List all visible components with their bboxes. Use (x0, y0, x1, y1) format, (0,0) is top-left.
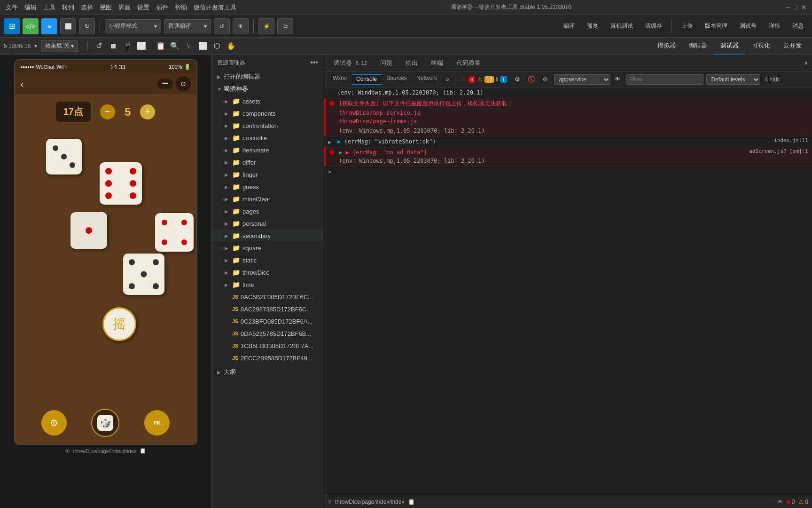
console-clear-btn[interactable]: 🚫 (526, 74, 537, 85)
search-icon[interactable]: 🔍 (168, 40, 181, 53)
sources-tab[interactable]: Sources (382, 74, 412, 85)
tree-folder-throwdice[interactable]: ▶ 📁 throwDice (211, 266, 324, 278)
tab-editor[interactable]: 编辑器 (682, 38, 714, 55)
tree-item-open-editors[interactable]: ▶ 打开的编辑器 (211, 71, 324, 83)
console-output[interactable]: (env: Windows,mp,1.05.2203070; lib: 2.20… (324, 87, 812, 495)
tree-folder-finger[interactable]: ▶ 📁 finger (211, 168, 324, 181)
tree-folder-time[interactable]: ▶ 📁 time (211, 278, 324, 291)
device-debug-action[interactable]: 真机调试 (606, 19, 638, 33)
menu-select[interactable]: 选择 (81, 3, 93, 12)
compile-action[interactable]: 编译 (559, 19, 579, 33)
tree-folder-square[interactable]: ▶ 📁 square (211, 242, 324, 254)
shake-button[interactable]: 🎲 (91, 409, 119, 437)
nav-camera-btn[interactable]: ⊙ (176, 76, 191, 91)
console-filter-icon[interactable]: ⊘ (540, 74, 551, 85)
message-action[interactable]: 消息 (788, 19, 808, 33)
refresh-button[interactable]: ↻ (79, 18, 95, 34)
tree-item-outline[interactable]: ▶ 大纲 (211, 366, 324, 378)
tree-js-0c23[interactable]: JS 0C23BFD085D172BF6A... (211, 315, 324, 327)
tree-folder-static[interactable]: ▶ 📁 static (211, 254, 324, 266)
preview-btn[interactable]: 👁 (233, 18, 249, 34)
appservice-select[interactable]: appservice (554, 74, 610, 85)
tree-js-0da5[interactable]: JS 0DA5235785D172BF6B... (211, 327, 324, 340)
tree-folder-secondary[interactable]: ▶ 📁 secondary (211, 230, 324, 242)
tree-folder-deskmate[interactable]: ▶ 📁 deskmate (211, 144, 324, 156)
plus-button[interactable]: + (140, 104, 155, 119)
code-button[interactable]: </> (23, 18, 39, 34)
maximize-btn[interactable]: □ (794, 4, 797, 11)
problems-tab[interactable]: 问题 (375, 57, 398, 69)
debug-collapse-btn[interactable]: ∧ (804, 60, 808, 66)
details-action[interactable]: 详情 (764, 19, 785, 33)
tree-folder-components[interactable]: ▶ 📁 components (211, 107, 324, 119)
tree-js-1cb5[interactable]: JS 1CB5EBD385D172BF7A... (211, 340, 324, 352)
tree-folder-differ[interactable]: ▶ 📁 differ (211, 156, 324, 168)
tab-simulator[interactable]: 模拟器 (651, 38, 682, 55)
console-tab[interactable]: Console (351, 74, 382, 85)
home-button[interactable]: ⊞ (4, 18, 20, 34)
phone-icon[interactable]: 📱 (121, 40, 134, 53)
version-mgr-action[interactable]: 版本管理 (700, 19, 732, 33)
minus-button[interactable]: − (100, 104, 115, 119)
menu-tools[interactable]: 工具 (43, 3, 55, 12)
tree-folder-mineclear[interactable]: ▶ 📁 mineClear (211, 193, 324, 205)
upload-action[interactable]: 上传 (677, 19, 697, 33)
compile-icon-btn[interactable]: ⚡ (258, 18, 274, 34)
close-btn[interactable]: ✕ (801, 4, 806, 11)
menu-edit[interactable]: 编辑 (24, 3, 37, 12)
menu-button[interactable]: ≡ (41, 18, 57, 34)
layout-button[interactable]: ⬜ (60, 18, 76, 34)
tree-js-2ecc[interactable]: JS 2ECC2B9585D172BF49... (211, 352, 324, 364)
menu-goto[interactable]: 转到 (62, 3, 74, 12)
terminal-tab[interactable]: 终端 (425, 57, 449, 69)
layers-btn[interactable]: 🗂 (277, 18, 293, 34)
more-tabs-btn[interactable]: » (442, 74, 453, 85)
tab-debugger[interactable]: 调试器 (714, 38, 745, 55)
nav-more-btn[interactable]: ••• (157, 79, 173, 89)
tree-folder-guess[interactable]: ▶ 📁 guess (211, 181, 324, 193)
explorer-more-btn[interactable]: ••• (310, 58, 318, 67)
tree-item-project-root[interactable]: ▼ 喝酒神器 (211, 83, 324, 95)
stop-icon[interactable]: ⏹ (107, 40, 120, 53)
menu-settings[interactable]: 设置 (137, 3, 149, 12)
menu-view[interactable]: 视图 (100, 3, 112, 12)
menu-plugins[interactable]: 插件 (156, 3, 168, 12)
network-tab[interactable]: Network (412, 74, 442, 85)
tree-js-0ac2[interactable]: JS 0AC2987385D172BF6C... (211, 303, 324, 315)
debugger-tab[interactable]: 调试器 8, 12 (328, 57, 373, 69)
branch-icon[interactable]: ⑂ (182, 40, 195, 53)
settings-button[interactable]: ⚙ (41, 410, 67, 436)
tablet-icon[interactable]: ⬜ (135, 40, 148, 53)
tab-cloud[interactable]: 云开发 (777, 38, 808, 55)
clear-cache-action[interactable]: 清缓存 (640, 19, 667, 33)
appservice-eye-btn[interactable]: 👁 (612, 74, 624, 85)
preview-action[interactable]: 预览 (582, 19, 603, 33)
tree-folder-confrontation[interactable]: ▶ 📁 confrontation (211, 119, 324, 132)
minimize-btn[interactable]: ─ (786, 4, 790, 11)
menu-help[interactable]: 帮助 (175, 3, 187, 12)
copy-icon[interactable]: 📋 (154, 40, 167, 53)
mode-select[interactable]: 小程序模式 ▾ (105, 19, 161, 33)
grid-icon[interactable]: ⬜ (196, 40, 210, 53)
console-input[interactable] (334, 168, 808, 175)
output-tab[interactable]: 输出 (400, 57, 423, 69)
wxml-tab[interactable]: Wxml (328, 74, 351, 85)
menu-interface[interactable]: 界面 (118, 3, 131, 12)
back-arrow[interactable]: ‹ (21, 79, 24, 89)
menu-file[interactable]: 文件 (6, 3, 18, 12)
test-id-action[interactable]: 测试号 (735, 19, 761, 33)
code-quality-tab[interactable]: 代码质量 (451, 57, 486, 69)
tree-folder-personal[interactable]: ▶ 📁 personal (211, 217, 324, 230)
hand-icon[interactable]: ✋ (225, 40, 238, 53)
hot-reload-btn[interactable]: 热重载 关 ▾ (41, 40, 78, 52)
tree-folder-pages[interactable]: ▶ 📁 pages (211, 205, 324, 217)
console-filter-input[interactable] (626, 74, 703, 85)
tab-visual[interactable]: 可视化 (745, 38, 777, 55)
tree-js-0ac5[interactable]: JS 0AC5B2E085D172BF6C... (211, 291, 324, 303)
settings-gear-icon[interactable]: ⚙ (512, 74, 523, 85)
pk-button[interactable]: PK (144, 410, 170, 436)
menu-devtools[interactable]: 微信开发者工具 (194, 3, 236, 12)
tree-folder-crocodile[interactable]: ▶ 📁 crocodile (211, 132, 324, 144)
compile-select[interactable]: 普通编译 ▾ (164, 19, 211, 33)
refresh-btn[interactable]: ↺ (214, 18, 230, 34)
